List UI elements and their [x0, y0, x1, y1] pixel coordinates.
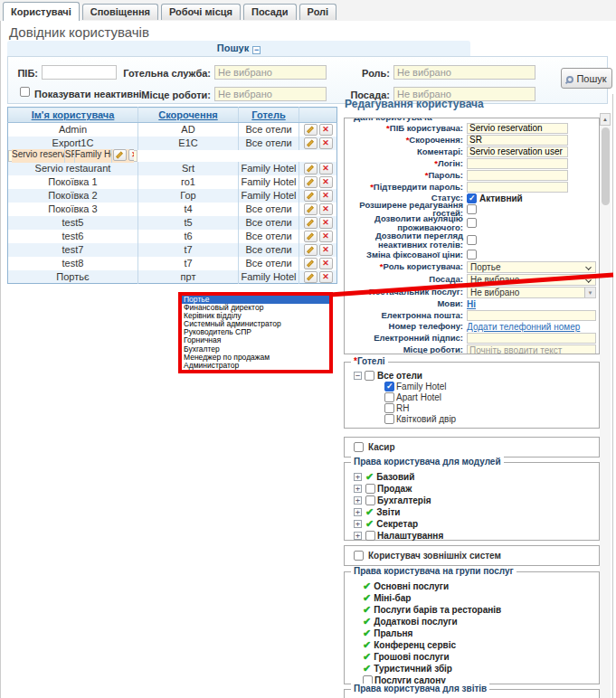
table-row[interactable]: AdminADВсе отели✕	[8, 123, 337, 137]
sort-by-name[interactable]: Ім'я користувача	[32, 109, 115, 120]
search-panel-header[interactable]: Пошук−	[7, 41, 470, 56]
edit-row-button[interactable]	[304, 203, 317, 215]
tree-collapse-icon[interactable]	[354, 372, 362, 380]
table-row[interactable]: Servio restaurantSrtFamily Hotel✕	[8, 162, 337, 175]
tab-positions[interactable]: Посади	[243, 4, 297, 20]
delete-row-button[interactable]: ✕	[128, 149, 134, 161]
delete-row-button[interactable]: ✕	[319, 124, 333, 136]
delete-row-button[interactable]: ✕	[319, 244, 333, 256]
tree-expand-icon[interactable]	[354, 473, 362, 481]
module-checkbox[interactable]	[365, 495, 375, 505]
password-input[interactable]	[467, 170, 568, 181]
table-row[interactable]: test8t7Все отели✕	[8, 257, 337, 270]
external-systems-checkbox[interactable]	[354, 551, 364, 561]
delete-icon: ✕	[322, 204, 329, 213]
pencil-icon	[307, 178, 314, 185]
table-row[interactable]: test6t6Все отели✕	[8, 230, 337, 243]
login-input[interactable]	[467, 158, 568, 169]
comment-input[interactable]: Servio reservation user	[467, 146, 568, 157]
delete-icon: ✕	[131, 150, 134, 159]
service-label: Послуги барів та ресторанів	[374, 605, 501, 615]
email-input[interactable]	[467, 310, 596, 321]
delete-row-button[interactable]: ✕	[319, 258, 333, 269]
module-checkbox[interactable]	[365, 484, 375, 494]
edit-row-button[interactable]	[304, 137, 317, 149]
tab-roles[interactable]: Ролі	[299, 4, 337, 20]
scrollbar-thumb[interactable]	[602, 127, 610, 205]
delete-row-button[interactable]: ✕	[319, 231, 333, 242]
status-active-label: Активний	[479, 193, 523, 203]
pib-input[interactable]	[42, 65, 117, 80]
show-inactive-checkbox[interactable]	[20, 87, 30, 97]
service-label: Конференц сервіс	[374, 640, 456, 650]
delete-row-button[interactable]: ✕	[319, 203, 333, 215]
hotel-checkbox[interactable]	[384, 392, 394, 402]
delete-row-button[interactable]: ✕	[319, 176, 333, 188]
edit-row-button[interactable]	[304, 258, 317, 269]
abbr-input[interactable]: SR	[467, 135, 568, 146]
delete-row-button[interactable]: ✕	[319, 163, 333, 174]
edit-row-button[interactable]	[304, 217, 317, 229]
module-checkbox[interactable]	[365, 531, 375, 541]
edit-row-button[interactable]	[304, 190, 317, 202]
signature-input[interactable]	[467, 333, 596, 344]
hotel-checkbox[interactable]	[384, 382, 394, 391]
tab-users[interactable]: Користувачі	[3, 2, 80, 21]
table-row-selected[interactable]: Servio reservationSRFamily Hotel✕	[8, 150, 137, 162]
table-row[interactable]: ПортьєпртFamily Hotel✕	[8, 270, 337, 284]
fixed-price-checkbox[interactable]	[467, 250, 477, 259]
languages-link[interactable]: Ні	[467, 299, 476, 309]
delete-icon: ✕	[322, 259, 329, 268]
tree-expand-icon[interactable]	[354, 485, 362, 493]
hotel-label: RH	[396, 403, 409, 413]
role-dropdown-annotation: Портье Финансовый директор Керівник відд…	[178, 292, 333, 373]
edit-row-button[interactable]	[304, 244, 317, 256]
tab-notifications[interactable]: Сповіщення	[82, 4, 158, 20]
delete-row-button[interactable]: ✕	[319, 137, 333, 149]
dropdown-option[interactable]: Администратор	[182, 362, 329, 370]
allow-annulment-checkbox[interactable]	[467, 218, 477, 228]
hotels-group: *Готелі Все отели Family Hotel Apart Hot…	[344, 362, 600, 429]
hotel-checkbox[interactable]	[384, 403, 394, 413]
user-role-select[interactable]: Портье	[467, 261, 596, 273]
search-button[interactable]: Пошук	[561, 68, 612, 89]
all-hotels-checkbox[interactable]	[365, 371, 374, 381]
scroll-up-icon[interactable]: ▲	[600, 113, 611, 126]
edit-row-button[interactable]	[304, 271, 317, 283]
edit-row-button[interactable]	[113, 149, 127, 161]
add-phone-link[interactable]: Додати телефонний номер	[467, 322, 580, 332]
edit-row-button[interactable]	[304, 124, 317, 136]
extended-editing-checkbox[interactable]	[467, 204, 477, 214]
view-inactive-hotels-checkbox[interactable]	[467, 235, 477, 245]
sort-by-hotel[interactable]: Готель	[251, 109, 285, 120]
role-dropdown-list: Портье Финансовый директор Керівник відд…	[182, 296, 329, 370]
table-row[interactable]: Export1CE1CВсе отели✕	[8, 137, 337, 150]
tree-expand-icon[interactable]	[354, 496, 362, 505]
tab-workplaces[interactable]: Робочі місця	[161, 4, 241, 20]
edit-row-button[interactable]	[304, 163, 317, 174]
collapse-icon[interactable]: −	[252, 46, 261, 54]
tree-expand-icon[interactable]	[354, 520, 362, 528]
table-row[interactable]: Покоївка 2ГорFamily Hotel✕	[8, 189, 337, 203]
table-row[interactable]: Покоївка 3t4Все отели✕	[8, 203, 337, 216]
edit-row-button[interactable]	[304, 231, 317, 242]
delete-row-button[interactable]: ✕	[319, 190, 333, 202]
pib-edit-input[interactable]: Servio reservation	[467, 123, 568, 134]
status-active-checkbox[interactable]	[467, 193, 477, 203]
panel-scrollbar[interactable]: ▲	[600, 113, 611, 698]
position-select[interactable]: Не вибрано	[467, 274, 596, 286]
delete-row-button[interactable]: ✕	[319, 271, 333, 283]
delete-row-button[interactable]: ✕	[319, 217, 333, 229]
tree-expand-icon[interactable]	[354, 508, 362, 516]
role-input[interactable]: Не вибрано	[393, 65, 535, 80]
table-row[interactable]: test5t5Все отели✕	[8, 216, 337, 230]
table-row[interactable]: Покоївка 1го1Family Hotel✕	[8, 175, 337, 189]
confirm-password-input[interactable]	[467, 182, 568, 193]
tree-expand-icon[interactable]	[354, 532, 362, 540]
table-row[interactable]: test7t7Все отели✕	[8, 243, 337, 257]
edit-row-button[interactable]	[304, 176, 317, 188]
cashier-checkbox[interactable]	[354, 442, 364, 452]
sort-by-abbr[interactable]: Скорочення	[158, 109, 217, 120]
hotel-checkbox[interactable]	[384, 414, 394, 424]
workplace-edit-input[interactable]: Почніть вводити текст	[467, 344, 596, 354]
